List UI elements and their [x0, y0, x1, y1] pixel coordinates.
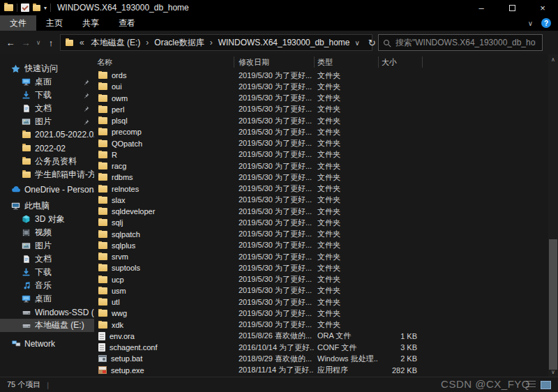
folder-row[interactable]: ords2019/5/30 为了更好...文件夹: [94, 70, 548, 81]
minimize-button[interactable]: –: [466, 0, 497, 15]
sidebar-item[interactable]: 下载: [0, 89, 94, 102]
star-icon: [10, 64, 21, 73]
sidebar-item[interactable]: 本地磁盘 (E:): [0, 319, 94, 332]
sidebar-item[interactable]: 3D 对象: [0, 213, 94, 226]
file-row[interactable]: schagent.conf2016/10/14 为了更好...CONF 文件3 …: [94, 342, 548, 353]
folder-row[interactable]: utl2019/5/30 为了更好...文件夹: [94, 296, 548, 308]
qat-dropdown-icon[interactable]: ▾: [44, 5, 47, 11]
date-modified: 2016/10/14 为了更好...: [234, 342, 314, 353]
thumbnail-view-icon[interactable]: [541, 381, 551, 389]
folder-row[interactable]: plsql2019/5/30 为了更好...文件夹: [94, 115, 548, 126]
folder-row[interactable]: precomp2019/5/30 为了更好...文件夹: [94, 126, 548, 137]
sidebar-item[interactable]: 2022-02: [0, 142, 94, 155]
folder-row[interactable]: perl2019/5/30 为了更好...文件夹: [94, 104, 548, 115]
folder-row[interactable]: slax2019/5/30 为了更好...文件夹: [94, 195, 548, 206]
sidebar-item[interactable]: 2021.05-2022.02主: [0, 128, 94, 142]
sidebar-item[interactable]: 学生邮箱申请-方宜: [0, 168, 94, 181]
scroll-down-icon[interactable]: ∨: [548, 367, 558, 377]
maximize-button[interactable]: [497, 0, 527, 15]
new-folder-icon[interactable]: [33, 5, 40, 11]
sidebar-item[interactable]: 文档: [0, 252, 94, 266]
sidebar-item[interactable]: Windows-SSD (C:): [0, 306, 94, 319]
up-button[interactable]: ↑: [43, 38, 59, 48]
folder-row[interactable]: srvm2019/5/30 为了更好...文件夹: [94, 251, 548, 262]
file-name-cell: ords: [94, 71, 234, 80]
file-type: 文件夹: [314, 138, 378, 149]
folder-row[interactable]: suptools2019/5/30 为了更好...文件夹: [94, 262, 548, 273]
folder-icon: [21, 158, 31, 165]
tab-home[interactable]: 主页: [36, 15, 73, 31]
breadcrumb-oracle[interactable]: Oracle数据库: [149, 37, 209, 49]
column-header-type[interactable]: 类型: [314, 57, 378, 68]
refresh-icon[interactable]: ↻: [368, 38, 376, 48]
sidebar-item[interactable]: 音乐: [0, 279, 94, 292]
file-name-cell: sqlplus: [94, 241, 234, 250]
folder-row[interactable]: ucp2019/5/30 为了更好...文件夹: [94, 274, 548, 285]
properties-icon[interactable]: [21, 3, 29, 12]
tab-file[interactable]: 文件: [0, 15, 36, 31]
folder-row[interactable]: relnotes2019/5/30 为了更好...文件夹: [94, 183, 548, 195]
history-dropdown-icon[interactable]: ∨: [33, 39, 43, 46]
column-divider[interactable]: [314, 56, 315, 68]
file-name-cell: slax: [94, 196, 234, 204]
sidebar-item-network[interactable]: Network: [0, 337, 94, 350]
column-divider[interactable]: [422, 56, 423, 68]
back-button[interactable]: ←: [3, 38, 18, 48]
column-divider[interactable]: [234, 56, 234, 68]
tab-view[interactable]: 查看: [109, 15, 145, 31]
sidebar-item-onedrive[interactable]: OneDrive - Personal: [0, 183, 94, 196]
folder-row[interactable]: racg2019/5/30 为了更好...文件夹: [94, 160, 548, 172]
search-input[interactable]: [394, 37, 537, 48]
column-header-date[interactable]: 修改日期: [234, 57, 314, 68]
help-icon[interactable]: ?: [541, 18, 551, 28]
folder-row[interactable]: sqlj2019/5/30 为了更好...文件夹: [94, 217, 548, 228]
folder-row[interactable]: sqlplus2019/5/30 为了更好...文件夹: [94, 240, 548, 251]
sidebar-item[interactable]: 视频: [0, 226, 94, 239]
film-icon: [21, 228, 31, 237]
sidebar-item-this-pc[interactable]: 此电脑: [0, 199, 94, 213]
download-icon: [21, 91, 31, 100]
search-box[interactable]: [378, 34, 543, 51]
folder-row[interactable]: QOpatch2019/5/30 为了更好...文件夹: [94, 138, 548, 149]
file-row[interactable]: setup.bat2018/9/29 喜欢做的...Windows 批处理...…: [94, 353, 548, 364]
folder-row[interactable]: oui2019/5/30 为了更好...文件夹: [94, 81, 548, 92]
scroll-up-icon[interactable]: ∧: [548, 54, 558, 64]
sidebar-item[interactable]: 公务员资料: [0, 155, 94, 168]
sidebar-item[interactable]: 图片: [0, 239, 94, 252]
sidebar-item-label: 图片: [35, 116, 52, 128]
file-type: 文件夹: [314, 82, 378, 92]
sidebar-item[interactable]: 文档: [0, 102, 94, 115]
forward-button[interactable]: →: [18, 38, 33, 48]
folder-row[interactable]: sqlpatch2019/5/30 为了更好...文件夹: [94, 229, 548, 240]
column-header-name[interactable]: 名称: [94, 57, 234, 68]
sidebar-item[interactable]: 图片: [0, 115, 94, 128]
folder-row[interactable]: owm2019/5/30 为了更好...文件夹: [94, 93, 548, 104]
file-row[interactable]: setup.exe2018/11/14 为了更好...应用程序282 KB: [94, 365, 548, 376]
close-button[interactable]: ×: [527, 0, 558, 15]
scrollbar-thumb[interactable]: [549, 239, 557, 370]
folder-row[interactable]: wwg2019/5/30 为了更好...文件夹: [94, 308, 548, 319]
column-header-size[interactable]: 大小: [378, 57, 422, 68]
folder-row[interactable]: xdk2019/5/30 为了更好...文件夹: [94, 319, 548, 331]
drive-icon: [21, 322, 31, 330]
sidebar-item[interactable]: 桌面: [0, 75, 94, 89]
breadcrumb-drive[interactable]: 本地磁盘 (E:): [86, 37, 146, 49]
folder-row[interactable]: usm2019/5/30 为了更好...文件夹: [94, 285, 548, 296]
sidebar-item-quick-access[interactable]: 快速访问: [0, 62, 94, 75]
breadcrumb-current[interactable]: WINDOWS.X64_193000_db_home: [213, 38, 355, 47]
address-dropdown-icon[interactable]: ∨: [354, 39, 359, 47]
sidebar-item[interactable]: 下载: [0, 266, 94, 279]
file-row[interactable]: env.ora2015/8/26 喜欢做的...ORA 文件1 KB: [94, 331, 548, 342]
column-divider[interactable]: [378, 56, 379, 68]
sidebar-item[interactable]: 桌面: [0, 292, 94, 306]
folder-row[interactable]: R2019/5/30 为了更好...文件夹: [94, 149, 548, 160]
picture-icon: [21, 117, 31, 126]
folder-row[interactable]: rdbms2019/5/30 为了更好...文件夹: [94, 172, 548, 183]
breadcrumb-overflow-icon[interactable]: «: [77, 38, 86, 47]
ribbon-collapse-icon[interactable]: ∨: [528, 20, 533, 27]
file-name-cell: utl: [94, 298, 234, 306]
tab-share[interactable]: 共享: [73, 15, 109, 31]
folder-row[interactable]: sqldeveloper2019/5/30 为了更好...文件夹: [94, 206, 548, 217]
address-bar[interactable]: « 本地磁盘 (E:) › Oracle数据库 › WINDOWS.X64_19…: [60, 34, 372, 51]
vertical-scrollbar[interactable]: ∧ ∨: [548, 54, 558, 377]
